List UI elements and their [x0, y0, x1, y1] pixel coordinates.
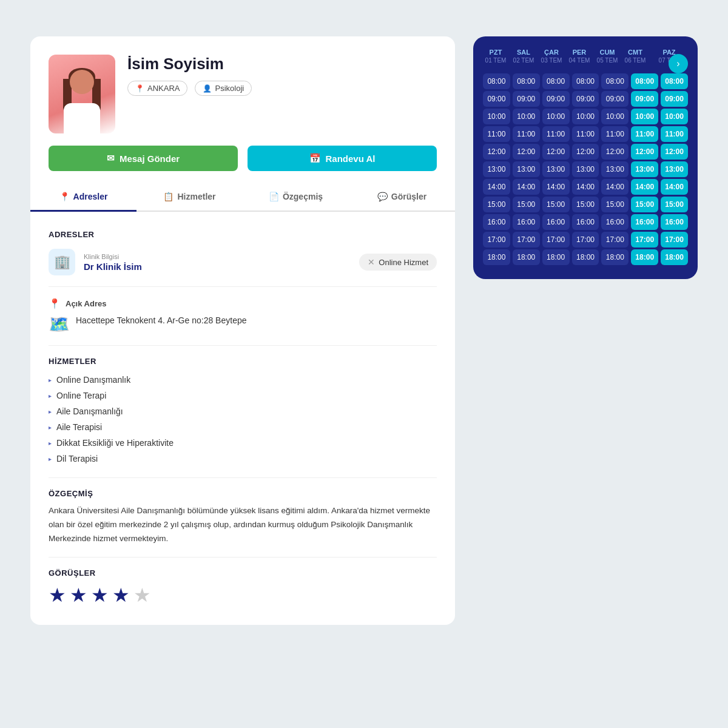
time-slot[interactable]: 16:00 — [542, 214, 570, 230]
time-slot[interactable]: 17:00 — [661, 232, 688, 248]
star-5[interactable]: ★ — [133, 584, 151, 607]
time-slot[interactable]: 18:00 — [483, 249, 510, 265]
time-slot[interactable]: 09:00 — [601, 91, 629, 107]
time-slot[interactable]: 14:00 — [483, 179, 510, 195]
time-slot[interactable]: 11:00 — [661, 126, 688, 142]
tab-adresler[interactable]: 📍 Adresler — [30, 183, 136, 212]
time-slot[interactable]: 10:00 — [483, 109, 510, 124]
day-date-2: 03 TEM — [539, 57, 564, 64]
star-2[interactable]: ★ — [70, 584, 87, 607]
online-badge[interactable]: ✕ Online Hizmet — [359, 254, 437, 271]
time-slot[interactable]: 08:00 — [631, 73, 658, 89]
time-slot[interactable]: 18:00 — [631, 249, 658, 265]
time-slot[interactable]: 12:00 — [542, 144, 570, 160]
time-slot[interactable]: 11:00 — [513, 126, 540, 142]
tab-gorusler[interactable]: 💬 Görüşler — [349, 183, 455, 212]
bullet-icon: ▸ — [49, 377, 52, 383]
time-slot[interactable]: 14:00 — [513, 179, 540, 195]
specialty-label: Psikoloji — [215, 84, 244, 93]
time-slot[interactable]: 16:00 — [631, 214, 658, 230]
time-slot[interactable]: 13:00 — [513, 161, 540, 177]
time-slot[interactable]: 15:00 — [661, 197, 688, 212]
time-slot[interactable]: 16:00 — [601, 214, 629, 230]
time-slot[interactable]: 09:00 — [572, 91, 599, 107]
time-slot[interactable]: 12:00 — [572, 144, 599, 160]
time-slot[interactable]: 18:00 — [572, 249, 599, 265]
time-slot[interactable]: 15:00 — [483, 197, 510, 212]
time-slot[interactable]: 10:00 — [661, 109, 688, 124]
close-icon[interactable]: ✕ — [368, 257, 375, 267]
time-slot[interactable]: 12:00 — [513, 144, 540, 160]
time-slot[interactable]: 13:00 — [572, 161, 599, 177]
tab-ozgecmis[interactable]: 📄 Özgeçmiş — [243, 183, 349, 212]
time-slot[interactable]: 10:00 — [601, 109, 629, 124]
time-slot[interactable]: 13:00 — [601, 161, 629, 177]
time-slot[interactable]: 09:00 — [542, 91, 570, 107]
time-slot[interactable]: 15:00 — [542, 197, 570, 212]
day-date-0: 01 TEM — [483, 57, 508, 64]
time-slot[interactable]: 12:00 — [483, 144, 510, 160]
time-slot[interactable]: 18:00 — [601, 249, 629, 265]
time-slot[interactable]: 12:00 — [631, 144, 658, 160]
time-slot[interactable]: 15:00 — [513, 197, 540, 212]
time-slot[interactable]: 08:00 — [483, 73, 510, 89]
time-slot[interactable]: 17:00 — [542, 232, 570, 248]
time-slot[interactable]: 15:00 — [601, 197, 629, 212]
time-slot[interactable]: 17:00 — [513, 232, 540, 248]
time-slot[interactable]: 11:00 — [631, 126, 658, 142]
time-slot[interactable]: 09:00 — [513, 91, 540, 107]
time-slot[interactable]: 09:00 — [631, 91, 658, 107]
time-slot[interactable]: 13:00 — [483, 161, 510, 177]
time-slot-row: 10:0010:0010:0010:0010:0010:0010:00 — [483, 109, 688, 124]
time-slot[interactable]: 13:00 — [542, 161, 570, 177]
time-slot[interactable]: 12:00 — [661, 144, 688, 160]
time-slot[interactable]: 08:00 — [542, 73, 570, 89]
time-slot[interactable]: 16:00 — [572, 214, 599, 230]
appointment-button[interactable]: 📅 Randevu Al — [248, 146, 437, 171]
time-slot[interactable]: 17:00 — [631, 232, 658, 248]
message-button[interactable]: ✉ Mesaj Gönder — [49, 146, 238, 171]
time-slot[interactable]: 16:00 — [513, 214, 540, 230]
time-slot[interactable]: 16:00 — [661, 214, 688, 230]
time-slot[interactable]: 18:00 — [513, 249, 540, 265]
time-slot[interactable]: 14:00 — [661, 179, 688, 195]
day-col-5: CMT 06 TEM — [622, 49, 648, 73]
time-slot[interactable]: 13:00 — [631, 161, 658, 177]
time-slot[interactable]: 18:00 — [542, 249, 570, 265]
time-slot[interactable]: 18:00 — [661, 249, 688, 265]
time-slot[interactable]: 10:00 — [631, 109, 658, 124]
time-slot[interactable]: 12:00 — [601, 144, 629, 160]
time-slot[interactable]: 17:00 — [601, 232, 629, 248]
time-slot[interactable]: 08:00 — [513, 73, 540, 89]
time-slot[interactable]: 17:00 — [572, 232, 599, 248]
ozgecmis-text: Ankara Üniversitesi Aile Danışmanlığı bö… — [49, 504, 437, 546]
time-slot[interactable]: 11:00 — [572, 126, 599, 142]
time-slot[interactable]: 14:00 — [601, 179, 629, 195]
time-slot[interactable]: 09:00 — [661, 91, 688, 107]
star-1[interactable]: ★ — [49, 584, 66, 607]
time-slot[interactable]: 09:00 — [483, 91, 510, 107]
time-slot[interactable]: 14:00 — [631, 179, 658, 195]
time-slot[interactable]: 10:00 — [513, 109, 540, 124]
time-slot[interactable]: 15:00 — [572, 197, 599, 212]
time-slot[interactable]: 11:00 — [601, 126, 629, 142]
star-4[interactable]: ★ — [112, 584, 130, 607]
star-3[interactable]: ★ — [91, 584, 109, 607]
time-slot[interactable]: 08:00 — [661, 73, 688, 89]
time-slot[interactable]: 13:00 — [661, 161, 688, 177]
time-slot[interactable]: 17:00 — [483, 232, 510, 248]
time-slot[interactable]: 14:00 — [542, 179, 570, 195]
tab-hizmetler-icon: 📋 — [163, 192, 174, 201]
time-slot[interactable]: 16:00 — [483, 214, 510, 230]
time-slot[interactable]: 11:00 — [542, 126, 570, 142]
map-icon: 🗺️ — [49, 314, 70, 334]
time-slot[interactable]: 08:00 — [601, 73, 629, 89]
time-slot[interactable]: 14:00 — [572, 179, 599, 195]
calendar-next-button[interactable]: › — [669, 54, 688, 73]
time-slot[interactable]: 08:00 — [572, 73, 599, 89]
time-slot[interactable]: 10:00 — [572, 109, 599, 124]
time-slot[interactable]: 10:00 — [542, 109, 570, 124]
tab-hizmetler[interactable]: 📋 Hizmetler — [136, 183, 243, 212]
time-slot[interactable]: 11:00 — [483, 126, 510, 142]
time-slot[interactable]: 15:00 — [631, 197, 658, 212]
